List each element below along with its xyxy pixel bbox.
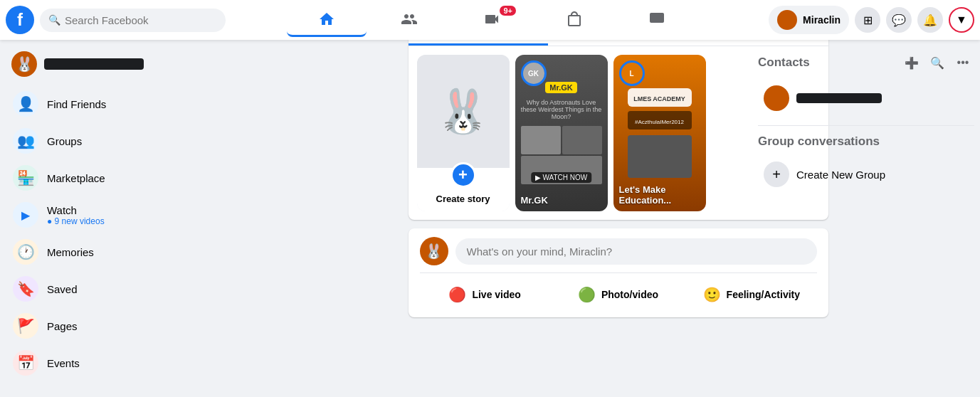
create-story-plus-button[interactable]: +	[451, 162, 476, 188]
sidebar-memories-label: Memories	[47, 246, 94, 258]
contact-avatar	[764, 85, 789, 111]
nav-user-profile[interactable]: Miraclin	[769, 6, 849, 34]
create-new-group-button[interactable]: + Create New Group	[758, 156, 974, 193]
nav-center: 9+	[231, 3, 752, 37]
story-mrgk-watch-now: ▶ WATCH NOW	[531, 172, 592, 183]
messenger-icon-button[interactable]: 💬	[886, 7, 912, 33]
group-conversations-title: Group conversations	[758, 134, 974, 149]
watch-badge: 9+	[500, 6, 516, 16]
feeling-icon: 🙂	[703, 286, 721, 303]
more-contacts-button[interactable]: •••	[952, 51, 974, 74]
story-mrgk-avatar: GK	[521, 60, 547, 86]
sidebar-item-pages[interactable]: 🚩 Pages	[6, 307, 251, 329]
facebook-logo[interactable]: f	[6, 6, 34, 34]
sidebar-marketplace-label: Marketplace	[47, 172, 105, 184]
bell-icon-button[interactable]: 🔔	[917, 7, 943, 33]
photo-video-button[interactable]: 🟢 Photo/video	[553, 280, 683, 309]
contacts-actions: ➕ 🔍 •••	[900, 51, 974, 74]
live-video-label: Live video	[472, 289, 520, 300]
create-story-label: Create story	[436, 194, 490, 204]
nav-right: Miraclin ⊞ 💬 🔔 ▼	[752, 6, 980, 34]
photo-video-icon: 🟢	[578, 286, 596, 303]
live-video-icon: 🔴	[448, 286, 466, 303]
user-avatar	[777, 10, 797, 30]
find-friends-icon: 👤	[13, 91, 38, 117]
create-new-group-label: Create New Group	[796, 169, 885, 181]
sidebar-user-profile[interactable]: 🐰	[6, 46, 251, 83]
contacts-header: Contacts ➕ 🔍 •••	[758, 51, 974, 74]
marketplace-icon: 🏪	[13, 165, 38, 191]
story-edu-avatar: L	[619, 60, 645, 86]
sidebar-watch-sub: ● 9 new videos	[47, 216, 105, 226]
nav-friends-button[interactable]	[369, 3, 449, 37]
sidebar-left: 🐰 👤 Find Friends 👥 Groups 🏪 Marketplace …	[0, 40, 256, 329]
search-icon: 🔍	[48, 14, 60, 26]
nav-left: f 🔍	[0, 6, 231, 34]
sidebar-item-memories[interactable]: 🕐 Memories	[6, 233, 251, 270]
saved-icon: 🔖	[13, 276, 38, 302]
create-story-image: 🐰	[417, 55, 510, 168]
post-avatar: 🐰	[420, 237, 448, 265]
contacts-title: Contacts	[758, 55, 900, 70]
sidebar-groups-label: Groups	[47, 135, 82, 147]
live-video-button[interactable]: 🔴 Live video	[420, 280, 550, 309]
pages-icon: 🚩	[13, 313, 38, 329]
svg-rect-0	[650, 13, 664, 23]
sidebar-saved-label: Saved	[47, 283, 78, 295]
dropdown-icon-button[interactable]: ▼	[949, 7, 974, 33]
sidebar-item-watch[interactable]: ▶ Watch ● 9 new videos	[6, 196, 251, 233]
nav-watch-button[interactable]: 9+	[452, 3, 532, 37]
sidebar-watch-label: Watch	[47, 204, 105, 216]
search-contacts-button[interactable]: 🔍	[926, 51, 949, 74]
sidebar-item-marketplace[interactable]: 🏪 Marketplace	[6, 159, 251, 196]
sidebar-avatar: 🐰	[11, 51, 37, 77]
memories-icon: 🕐	[13, 239, 38, 265]
sidebar-pages-label: Pages	[47, 320, 78, 329]
contact-name-bar	[796, 93, 882, 103]
watch-icon: ▶	[13, 202, 38, 228]
photo-video-label: Photo/video	[601, 289, 658, 300]
sidebar-item-groups[interactable]: 👥 Groups	[6, 122, 251, 159]
top-nav: f 🔍 9+ Miraclin ⊞ 💬 🔔 ▼	[0, 0, 980, 40]
create-story-card[interactable]: 🐰 + Create story	[417, 55, 510, 211]
sidebar-item-saved[interactable]: 🔖 Saved	[6, 270, 251, 307]
search-bar[interactable]: 🔍	[40, 9, 226, 32]
nav-groups-button[interactable]	[617, 3, 697, 37]
nav-home-button[interactable]	[287, 3, 367, 37]
search-input[interactable]	[65, 14, 217, 26]
story-edu-title: Let's Make Education...	[619, 184, 700, 206]
sidebar-right: Contacts ➕ 🔍 ••• Group conversations + C…	[752, 40, 980, 329]
nav-marketplace-button[interactable]	[534, 3, 614, 37]
story-mrgk-title: Mr.GK	[521, 195, 602, 206]
user-name: Miraclin	[803, 14, 841, 26]
sidebar-user-name-bar	[44, 58, 144, 70]
sidebar-find-friends-label: Find Friends	[47, 98, 106, 110]
groups-icon: 👥	[13, 128, 38, 154]
grid-icon-button[interactable]: ⊞	[855, 7, 880, 33]
create-story-bottom: + Create story	[417, 168, 510, 211]
sidebar-item-find-friends[interactable]: 👤 Find Friends	[6, 85, 251, 122]
story-education[interactable]: LMES ACADEMY #AczthulaIMer2012 L Let's M…	[613, 55, 706, 211]
divider	[758, 125, 974, 126]
add-contact-button[interactable]: ➕	[900, 51, 923, 74]
story-mrgk[interactable]: Mr.GK Why do Astronauts Love these Weird…	[515, 55, 608, 211]
contact-item[interactable]	[758, 80, 974, 117]
create-group-icon: +	[764, 162, 789, 187]
